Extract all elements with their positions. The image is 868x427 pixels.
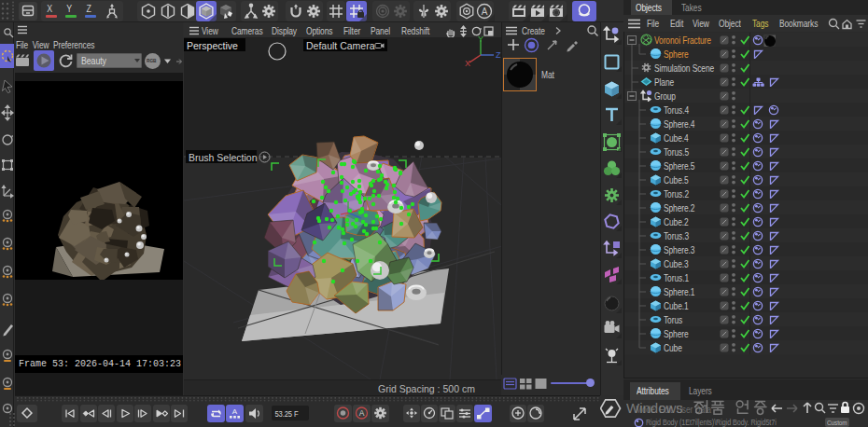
svg-text:Y: Y [478, 34, 483, 44]
svg-text:X: X [465, 59, 470, 68]
svg-text:A: A [359, 408, 365, 418]
svg-text:A: A [232, 407, 238, 416]
